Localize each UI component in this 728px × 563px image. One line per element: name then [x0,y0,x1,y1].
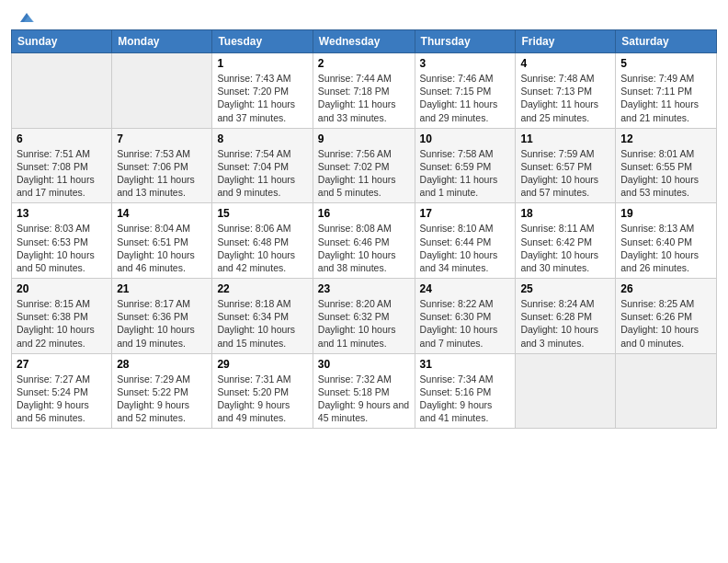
day-number: 21 [117,282,207,295]
day-info: Sunrise: 7:59 AM Sunset: 6:57 PM Dayligh… [520,147,610,200]
day-cell [112,53,212,129]
day-number: 5 [620,57,711,70]
day-number: 18 [520,207,610,220]
calendar-header: SundayMondayTuesdayWednesdayThursdayFrid… [12,30,717,53]
day-info: Sunrise: 8:25 AM Sunset: 6:26 PM Dayligh… [620,297,711,350]
day-info: Sunrise: 7:32 AM Sunset: 5:18 PM Dayligh… [318,373,410,425]
week-row-3: 13Sunrise: 8:03 AM Sunset: 6:53 PM Dayli… [12,203,717,279]
day-info: Sunrise: 8:20 AM Sunset: 6:32 PM Dayligh… [318,297,410,350]
day-cell: 22Sunrise: 8:18 AM Sunset: 6:34 PM Dayli… [212,279,313,354]
day-number: 14 [117,207,207,220]
week-row-4: 20Sunrise: 8:15 AM Sunset: 6:38 PM Dayli… [12,279,717,354]
day-number: 3 [420,57,511,70]
day-number: 15 [217,207,307,220]
day-info: Sunrise: 7:54 AM Sunset: 7:04 PM Dayligh… [217,147,307,200]
day-info: Sunrise: 8:18 AM Sunset: 6:34 PM Dayligh… [217,297,307,350]
day-cell: 28Sunrise: 7:29 AM Sunset: 5:22 PM Dayli… [112,353,212,429]
day-info: Sunrise: 8:11 AM Sunset: 6:42 PM Dayligh… [520,222,610,274]
day-info: Sunrise: 8:17 AM Sunset: 6:36 PM Dayligh… [117,297,207,350]
logo-icon [18,11,35,24]
day-cell: 17Sunrise: 8:10 AM Sunset: 6:44 PM Dayli… [415,203,516,279]
day-info: Sunrise: 8:04 AM Sunset: 6:51 PM Dayligh… [117,222,207,274]
day-cell: 31Sunrise: 7:34 AM Sunset: 5:16 PM Dayli… [415,353,516,429]
header-cell-wednesday: Wednesday [313,30,415,53]
day-cell: 9Sunrise: 7:56 AM Sunset: 7:02 PM Daylig… [313,128,415,203]
day-info: Sunrise: 7:29 AM Sunset: 5:22 PM Dayligh… [117,373,207,425]
day-cell: 3Sunrise: 7:46 AM Sunset: 7:15 PM Daylig… [415,53,516,129]
day-info: Sunrise: 8:08 AM Sunset: 6:46 PM Dayligh… [318,222,410,274]
day-cell: 15Sunrise: 8:06 AM Sunset: 6:48 PM Dayli… [212,203,313,279]
day-info: Sunrise: 7:34 AM Sunset: 5:16 PM Dayligh… [420,373,511,425]
day-info: Sunrise: 8:01 AM Sunset: 6:55 PM Dayligh… [620,147,711,200]
day-info: Sunrise: 8:10 AM Sunset: 6:44 PM Dayligh… [420,222,511,274]
day-number: 17 [420,207,511,220]
header-cell-monday: Monday [112,30,212,53]
day-number: 11 [520,132,610,145]
day-info: Sunrise: 7:51 AM Sunset: 7:08 PM Dayligh… [17,147,107,200]
day-info: Sunrise: 7:49 AM Sunset: 7:11 PM Dayligh… [620,72,711,124]
day-number: 25 [520,282,610,295]
day-info: Sunrise: 7:27 AM Sunset: 5:24 PM Dayligh… [17,373,107,425]
day-cell [616,353,717,429]
day-cell: 19Sunrise: 8:13 AM Sunset: 6:40 PM Dayli… [616,203,717,279]
day-number: 19 [620,207,711,220]
day-cell: 1Sunrise: 7:43 AM Sunset: 7:20 PM Daylig… [212,53,313,129]
day-number: 10 [420,132,511,145]
day-info: Sunrise: 8:13 AM Sunset: 6:40 PM Dayligh… [620,222,711,274]
day-info: Sunrise: 7:44 AM Sunset: 7:18 PM Dayligh… [318,72,410,124]
day-info: Sunrise: 7:31 AM Sunset: 5:20 PM Dayligh… [217,373,307,425]
day-info: Sunrise: 7:46 AM Sunset: 7:15 PM Dayligh… [420,72,511,124]
header-row: SundayMondayTuesdayWednesdayThursdayFrid… [12,30,717,53]
day-info: Sunrise: 7:53 AM Sunset: 7:06 PM Dayligh… [117,147,207,200]
day-cell: 2Sunrise: 7:44 AM Sunset: 7:18 PM Daylig… [313,53,415,129]
day-cell [12,53,112,129]
day-info: Sunrise: 7:43 AM Sunset: 7:20 PM Dayligh… [217,72,307,124]
day-number: 13 [17,207,107,220]
week-row-1: 1Sunrise: 7:43 AM Sunset: 7:20 PM Daylig… [12,53,717,129]
day-cell: 13Sunrise: 8:03 AM Sunset: 6:53 PM Dayli… [12,203,112,279]
day-cell: 12Sunrise: 8:01 AM Sunset: 6:55 PM Dayli… [616,128,717,203]
day-number: 24 [420,282,511,295]
day-number: 26 [620,282,711,295]
day-info: Sunrise: 8:03 AM Sunset: 6:53 PM Dayligh… [17,222,107,274]
day-info: Sunrise: 8:15 AM Sunset: 6:38 PM Dayligh… [17,297,107,350]
header-cell-saturday: Saturday [616,30,717,53]
day-cell: 8Sunrise: 7:54 AM Sunset: 7:04 PM Daylig… [212,128,313,203]
day-number: 23 [318,282,410,295]
week-row-2: 6Sunrise: 7:51 AM Sunset: 7:08 PM Daylig… [12,128,717,203]
calendar-body: 1Sunrise: 7:43 AM Sunset: 7:20 PM Daylig… [12,53,717,429]
day-cell: 30Sunrise: 7:32 AM Sunset: 5:18 PM Dayli… [313,353,415,429]
day-cell: 10Sunrise: 7:58 AM Sunset: 6:59 PM Dayli… [415,128,516,203]
day-number: 1 [217,57,307,70]
day-cell: 6Sunrise: 7:51 AM Sunset: 7:08 PM Daylig… [12,128,112,203]
day-info: Sunrise: 7:58 AM Sunset: 6:59 PM Dayligh… [420,147,511,200]
day-info: Sunrise: 8:06 AM Sunset: 6:48 PM Dayligh… [217,222,307,274]
header-cell-thursday: Thursday [415,30,516,53]
page-header [0,0,728,26]
day-cell: 21Sunrise: 8:17 AM Sunset: 6:36 PM Dayli… [112,279,212,354]
week-row-5: 27Sunrise: 7:27 AM Sunset: 5:24 PM Dayli… [12,353,717,429]
day-cell: 20Sunrise: 8:15 AM Sunset: 6:38 PM Dayli… [12,279,112,354]
day-number: 28 [117,358,207,371]
day-number: 9 [318,132,410,145]
day-cell: 18Sunrise: 8:11 AM Sunset: 6:42 PM Dayli… [516,203,616,279]
day-cell: 29Sunrise: 7:31 AM Sunset: 5:20 PM Dayli… [212,353,313,429]
day-number: 22 [217,282,307,295]
day-cell: 26Sunrise: 8:25 AM Sunset: 6:26 PM Dayli… [616,279,717,354]
day-number: 16 [318,207,410,220]
day-number: 29 [217,358,307,371]
day-cell: 11Sunrise: 7:59 AM Sunset: 6:57 PM Dayli… [516,128,616,203]
day-info: Sunrise: 8:24 AM Sunset: 6:28 PM Dayligh… [520,297,610,350]
day-number: 12 [620,132,711,145]
day-cell: 25Sunrise: 8:24 AM Sunset: 6:28 PM Dayli… [516,279,616,354]
header-cell-tuesday: Tuesday [212,30,313,53]
day-number: 4 [520,57,610,70]
calendar-table: SundayMondayTuesdayWednesdayThursdayFrid… [11,29,717,429]
day-info: Sunrise: 8:22 AM Sunset: 6:30 PM Dayligh… [420,297,511,350]
day-cell [516,353,616,429]
header-cell-sunday: Sunday [12,30,112,53]
day-info: Sunrise: 7:48 AM Sunset: 7:13 PM Dayligh… [520,72,610,124]
day-cell: 27Sunrise: 7:27 AM Sunset: 5:24 PM Dayli… [12,353,112,429]
day-number: 27 [17,358,107,371]
day-cell: 14Sunrise: 8:04 AM Sunset: 6:51 PM Dayli… [112,203,212,279]
